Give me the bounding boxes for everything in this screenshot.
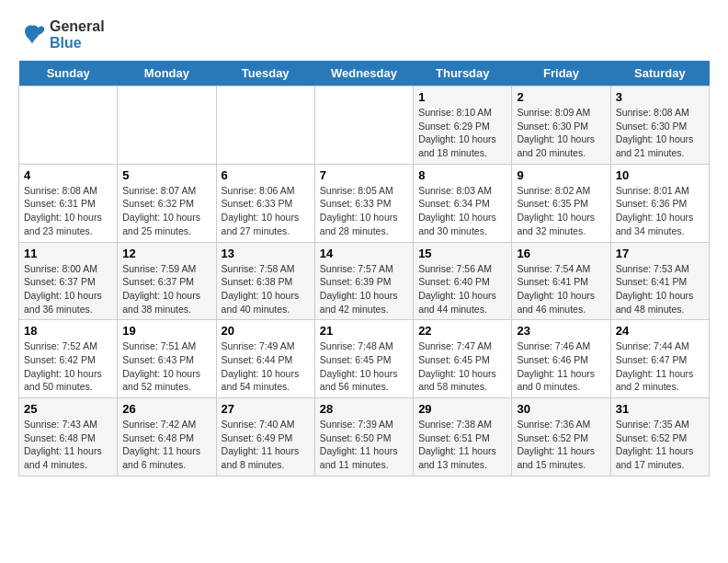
day-info: Sunrise: 8:07 AM Sunset: 6:32 PM Dayligh…	[122, 184, 210, 238]
calendar-cell: 4Sunrise: 8:08 AM Sunset: 6:31 PM Daylig…	[19, 164, 118, 242]
day-number: 9	[517, 168, 605, 182]
day-number: 27	[222, 402, 310, 416]
calendar-cell: 31Sunrise: 7:35 AM Sunset: 6:52 PM Dayli…	[610, 398, 709, 477]
day-number: 15	[418, 247, 506, 260]
calendar-cell	[216, 86, 314, 165]
day-number: 20	[222, 324, 310, 338]
day-header-wednesday: Wednesday	[314, 61, 413, 86]
calendar-cell: 22Sunrise: 7:47 AM Sunset: 6:45 PM Dayli…	[414, 320, 512, 398]
day-info: Sunrise: 7:51 AM Sunset: 6:43 PM Dayligh…	[122, 339, 210, 394]
day-header-friday: Friday	[512, 61, 610, 86]
day-number: 23	[517, 324, 605, 338]
day-header-saturday: Saturday	[610, 61, 709, 86]
calendar-week-row: 18Sunrise: 7:52 AM Sunset: 6:42 PM Dayli…	[19, 320, 710, 398]
calendar-cell: 25Sunrise: 7:43 AM Sunset: 6:48 PM Dayli…	[19, 398, 118, 477]
day-info: Sunrise: 7:47 AM Sunset: 6:45 PM Dayligh…	[418, 339, 506, 394]
calendar-cell: 14Sunrise: 7:57 AM Sunset: 6:39 PM Dayli…	[314, 242, 413, 320]
header: General Blue	[18, 18, 710, 52]
calendar-cell: 9Sunrise: 8:02 AM Sunset: 6:35 PM Daylig…	[512, 164, 610, 242]
day-number: 19	[122, 324, 210, 338]
day-number: 8	[418, 168, 506, 182]
calendar-cell: 10Sunrise: 8:01 AM Sunset: 6:36 PM Dayli…	[610, 164, 709, 242]
calendar-cell	[314, 86, 413, 165]
calendar-cell: 19Sunrise: 7:51 AM Sunset: 6:43 PM Dayli…	[118, 320, 216, 398]
day-number: 2	[517, 90, 605, 104]
day-info: Sunrise: 7:35 AM Sunset: 6:52 PM Dayligh…	[616, 418, 704, 472]
day-number: 1	[418, 90, 506, 104]
day-info: Sunrise: 7:39 AM Sunset: 6:50 PM Dayligh…	[320, 418, 408, 472]
calendar-cell: 23Sunrise: 7:46 AM Sunset: 6:46 PM Dayli…	[512, 320, 610, 398]
day-number: 13	[222, 247, 310, 260]
calendar-cell: 18Sunrise: 7:52 AM Sunset: 6:42 PM Dayli…	[19, 320, 118, 398]
calendar-week-row: 1Sunrise: 8:10 AM Sunset: 6:29 PM Daylig…	[19, 86, 710, 165]
day-number: 21	[320, 324, 408, 338]
calendar-cell: 30Sunrise: 7:36 AM Sunset: 6:52 PM Dayli…	[512, 398, 610, 477]
days-header-row: SundayMondayTuesdayWednesdayThursdayFrid…	[19, 61, 710, 86]
calendar-cell: 24Sunrise: 7:44 AM Sunset: 6:47 PM Dayli…	[610, 320, 709, 398]
day-number: 10	[616, 168, 704, 182]
calendar-cell: 1Sunrise: 8:10 AM Sunset: 6:29 PM Daylig…	[414, 86, 512, 165]
calendar-cell: 7Sunrise: 8:05 AM Sunset: 6:33 PM Daylig…	[314, 164, 413, 242]
day-number: 4	[24, 168, 112, 182]
day-header-monday: Monday	[118, 61, 216, 86]
day-number: 12	[122, 247, 210, 260]
day-info: Sunrise: 8:08 AM Sunset: 6:30 PM Dayligh…	[616, 106, 704, 160]
day-number: 6	[222, 168, 310, 182]
day-number: 29	[418, 402, 506, 416]
day-info: Sunrise: 7:36 AM Sunset: 6:52 PM Dayligh…	[517, 418, 605, 472]
day-number: 31	[616, 402, 704, 416]
day-info: Sunrise: 8:00 AM Sunset: 6:37 PM Dayligh…	[24, 262, 112, 316]
day-info: Sunrise: 7:54 AM Sunset: 6:41 PM Dayligh…	[517, 262, 605, 316]
day-number: 22	[418, 324, 506, 338]
day-info: Sunrise: 7:56 AM Sunset: 6:40 PM Dayligh…	[418, 262, 506, 316]
calendar-cell: 12Sunrise: 7:59 AM Sunset: 6:37 PM Dayli…	[118, 242, 216, 320]
logo: General Blue	[18, 18, 105, 52]
day-number: 5	[122, 168, 210, 182]
day-info: Sunrise: 7:42 AM Sunset: 6:48 PM Dayligh…	[122, 418, 210, 472]
day-info: Sunrise: 8:06 AM Sunset: 6:33 PM Dayligh…	[222, 184, 310, 238]
calendar-week-row: 25Sunrise: 7:43 AM Sunset: 6:48 PM Dayli…	[19, 398, 710, 477]
calendar-cell: 26Sunrise: 7:42 AM Sunset: 6:48 PM Dayli…	[118, 398, 216, 477]
day-info: Sunrise: 7:46 AM Sunset: 6:46 PM Dayligh…	[517, 339, 605, 394]
calendar-cell: 17Sunrise: 7:53 AM Sunset: 6:41 PM Dayli…	[610, 242, 709, 320]
day-info: Sunrise: 8:02 AM Sunset: 6:35 PM Dayligh…	[517, 184, 605, 238]
day-header-sunday: Sunday	[19, 61, 118, 86]
day-number: 11	[24, 247, 112, 260]
calendar-cell	[118, 86, 216, 165]
logo-bird-icon	[18, 22, 46, 48]
day-info: Sunrise: 7:57 AM Sunset: 6:39 PM Dayligh…	[320, 262, 408, 316]
day-info: Sunrise: 7:53 AM Sunset: 6:41 PM Dayligh…	[616, 262, 704, 316]
day-number: 28	[320, 402, 408, 416]
day-info: Sunrise: 7:58 AM Sunset: 6:38 PM Dayligh…	[222, 262, 310, 316]
day-info: Sunrise: 7:44 AM Sunset: 6:47 PM Dayligh…	[616, 339, 704, 394]
day-number: 17	[616, 247, 704, 260]
calendar-cell: 20Sunrise: 7:49 AM Sunset: 6:44 PM Dayli…	[216, 320, 314, 398]
day-number: 3	[616, 90, 704, 104]
calendar-week-row: 11Sunrise: 8:00 AM Sunset: 6:37 PM Dayli…	[19, 242, 710, 320]
day-info: Sunrise: 8:10 AM Sunset: 6:29 PM Dayligh…	[418, 106, 506, 160]
calendar-cell: 11Sunrise: 8:00 AM Sunset: 6:37 PM Dayli…	[19, 242, 118, 320]
calendar-cell: 8Sunrise: 8:03 AM Sunset: 6:34 PM Daylig…	[414, 164, 512, 242]
calendar-cell: 21Sunrise: 7:48 AM Sunset: 6:45 PM Dayli…	[314, 320, 413, 398]
calendar-cell: 29Sunrise: 7:38 AM Sunset: 6:51 PM Dayli…	[414, 398, 512, 477]
day-info: Sunrise: 8:09 AM Sunset: 6:30 PM Dayligh…	[517, 106, 605, 160]
day-number: 26	[122, 402, 210, 416]
calendar-cell: 3Sunrise: 8:08 AM Sunset: 6:30 PM Daylig…	[610, 86, 709, 165]
day-info: Sunrise: 8:08 AM Sunset: 6:31 PM Dayligh…	[24, 184, 112, 238]
day-header-thursday: Thursday	[414, 61, 512, 86]
calendar-cell: 5Sunrise: 8:07 AM Sunset: 6:32 PM Daylig…	[118, 164, 216, 242]
day-info: Sunrise: 8:05 AM Sunset: 6:33 PM Dayligh…	[320, 184, 408, 238]
day-number: 25	[24, 402, 112, 416]
calendar-cell: 2Sunrise: 8:09 AM Sunset: 6:30 PM Daylig…	[512, 86, 610, 165]
calendar-week-row: 4Sunrise: 8:08 AM Sunset: 6:31 PM Daylig…	[19, 164, 710, 242]
day-number: 24	[616, 324, 704, 338]
day-info: Sunrise: 7:48 AM Sunset: 6:45 PM Dayligh…	[320, 339, 408, 394]
day-info: Sunrise: 7:43 AM Sunset: 6:48 PM Dayligh…	[24, 418, 112, 472]
day-info: Sunrise: 7:52 AM Sunset: 6:42 PM Dayligh…	[24, 339, 112, 394]
calendar-table: SundayMondayTuesdayWednesdayThursdayFrid…	[18, 61, 710, 477]
calendar-cell: 27Sunrise: 7:40 AM Sunset: 6:49 PM Dayli…	[216, 398, 314, 477]
day-number: 18	[24, 324, 112, 338]
calendar-cell: 16Sunrise: 7:54 AM Sunset: 6:41 PM Dayli…	[512, 242, 610, 320]
day-info: Sunrise: 7:59 AM Sunset: 6:37 PM Dayligh…	[122, 262, 210, 316]
day-info: Sunrise: 7:49 AM Sunset: 6:44 PM Dayligh…	[222, 339, 310, 394]
